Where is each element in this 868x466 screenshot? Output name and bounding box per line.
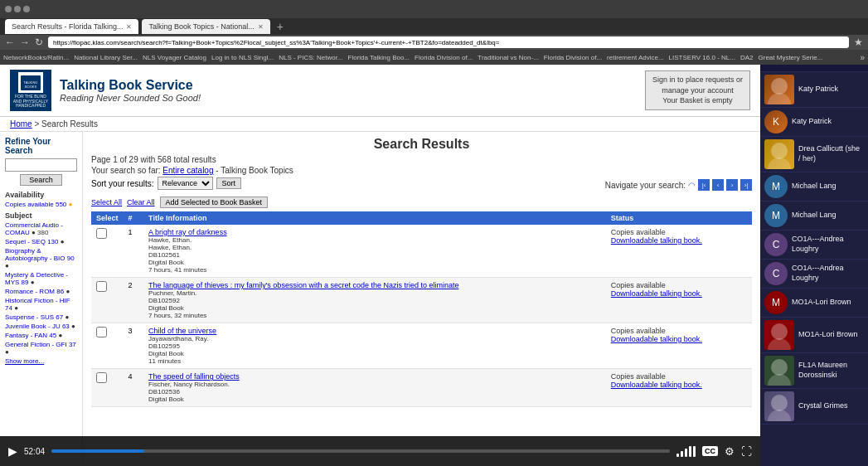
tbs-title: Talking Book Service bbox=[60, 78, 637, 93]
participant-name: Michael Lang bbox=[792, 211, 836, 221]
bookmark-item[interactable]: DA2 bbox=[740, 54, 754, 61]
nav-prev-button[interactable]: ‹ bbox=[712, 179, 724, 191]
bookmark-item[interactable]: NLS Voyager Catalog bbox=[143, 54, 206, 61]
sidebar-subject-item[interactable]: Suspense - SUS 67 ● bbox=[5, 313, 77, 321]
back-button[interactable]: ← bbox=[5, 36, 15, 48]
status-available: Copies available bbox=[611, 327, 747, 335]
col-status: Status bbox=[606, 211, 752, 225]
participant-avatar bbox=[764, 356, 794, 386]
bookmark-item[interactable]: retirement Advice... bbox=[607, 54, 663, 61]
search-so-far-link[interactable]: Entire catalog bbox=[162, 166, 213, 175]
svg-point-5 bbox=[771, 143, 788, 159]
result-title[interactable]: The language of thieves : my family's ob… bbox=[148, 281, 601, 289]
clear-all-link[interactable]: Clear All bbox=[127, 198, 155, 206]
sidebar-search-input[interactable] bbox=[5, 158, 77, 172]
sidebar-subject-item[interactable]: Commercial Audio - COMAU ● 380 bbox=[5, 221, 77, 236]
sidebar-subject-item[interactable]: Mystery & Detective - MYS 89 ● bbox=[5, 271, 77, 286]
sidebar-search-button[interactable]: Search bbox=[20, 174, 62, 186]
search-so-far-prefix: Your search so far: bbox=[91, 166, 162, 175]
row-num: 2 bbox=[124, 278, 144, 323]
results-search-info: Your search so far: Entire catalog - Tal… bbox=[91, 166, 752, 175]
status-link[interactable]: Downloadable talking book. bbox=[611, 289, 747, 298]
refresh-button[interactable]: ↻ bbox=[35, 36, 43, 48]
subject-list: Commercial Audio - COMAU ● 380Sequel - S… bbox=[5, 221, 77, 356]
sort-select[interactable]: Relevance bbox=[158, 177, 213, 190]
subject-name: Biography & Autobiography - BIO 90 bbox=[5, 247, 75, 262]
svg-point-3 bbox=[771, 78, 788, 95]
bookmark-item[interactable]: National Library Ser... bbox=[74, 54, 138, 61]
result-type: Digital Book bbox=[148, 259, 601, 266]
tab-close-icon[interactable]: ✕ bbox=[258, 23, 264, 31]
availability-item[interactable]: Copies available 550 ● bbox=[5, 201, 77, 208]
result-title[interactable]: The speed of falling objects bbox=[148, 372, 601, 381]
row-title-cell: The language of thieves : my family's ob… bbox=[143, 278, 606, 323]
bookmark-item[interactable]: Great Mystery Serie... bbox=[759, 54, 823, 61]
subject-name: Romance - ROM 86 bbox=[5, 288, 64, 295]
sidebar-subject-item[interactable]: Historical Fiction - HIF 74 ● bbox=[5, 297, 77, 312]
tab-talking-book-topics[interactable]: Talking Book Topics - National... ✕ bbox=[142, 19, 269, 34]
sidebar-subject-item[interactable]: Juvenile Book - JU 63 ● bbox=[5, 323, 77, 330]
window-dot bbox=[23, 6, 30, 12]
nav-next-button[interactable]: › bbox=[726, 179, 738, 191]
sidebar-subject-item[interactable]: Sequel - SEQ 130 ● bbox=[5, 238, 77, 245]
tbs-signin[interactable]: Sign in to place requests ormanage your … bbox=[645, 70, 750, 110]
breadcrumb: Home > Search Results bbox=[0, 117, 760, 132]
row-num: 1 bbox=[124, 225, 144, 278]
settings-icon[interactable]: ⚙ bbox=[725, 445, 735, 458]
add-to-basket-button[interactable]: Add Selected to Book Basket bbox=[160, 197, 269, 208]
avatar-svg bbox=[764, 320, 794, 350]
play-button[interactable]: ▶ bbox=[8, 444, 17, 458]
bookmarks-bar: NetworkBooks/Ratin... National Library S… bbox=[0, 50, 868, 65]
participant-name: CO1A---Andrea Loughry bbox=[792, 264, 864, 283]
subject-name: General Fiction - GFI 37 bbox=[5, 341, 76, 348]
bookmark-star-icon[interactable]: ★ bbox=[854, 36, 863, 48]
bookmark-item[interactable]: Florida Talking Boo... bbox=[348, 54, 410, 61]
row-checkbox[interactable] bbox=[96, 281, 107, 292]
row-checkbox[interactable] bbox=[96, 327, 107, 337]
more-bookmarks-icon[interactable]: » bbox=[860, 53, 865, 62]
row-status-cell: Copies available Downloadable talking bo… bbox=[606, 323, 752, 369]
sidebar-subject-item[interactable]: Biography & Autobiography - BIO 90 ● bbox=[5, 247, 77, 269]
subject-badge: ● 380 bbox=[32, 229, 48, 236]
sidebar-subject-item[interactable]: General Fiction - GFI 37 ● bbox=[5, 341, 77, 356]
tab-search-results[interactable]: Search Results - Florida Talking... ✕ bbox=[5, 19, 138, 34]
bookmark-item[interactable]: NetworkBooks/Ratin... bbox=[3, 54, 69, 61]
sidebar-subject-item[interactable]: Romance - ROM 86 ● bbox=[5, 288, 77, 295]
video-container: Search Results - Florida Talking... ✕ Ta… bbox=[0, 0, 868, 466]
tab-close-icon[interactable]: ✕ bbox=[126, 23, 132, 31]
bookmark-item[interactable]: NLS - PICS: Networ... bbox=[279, 54, 342, 61]
participant-avatar bbox=[764, 391, 794, 421]
progress-bar[interactable] bbox=[51, 449, 670, 453]
address-input[interactable] bbox=[48, 36, 849, 48]
status-link[interactable]: Downloadable talking book. bbox=[611, 236, 747, 245]
window-controls bbox=[5, 6, 30, 12]
fullscreen-icon[interactable]: ⛶ bbox=[741, 445, 752, 458]
bookmark-item[interactable]: Traditional vs Non-... bbox=[478, 54, 539, 61]
new-tab-button[interactable]: + bbox=[277, 20, 284, 33]
nav-last-button[interactable]: ›| bbox=[740, 179, 752, 191]
bookmark-item[interactable]: LISTSERV 16.0 - NL... bbox=[669, 54, 735, 61]
breadcrumb-home[interactable]: Home bbox=[10, 119, 32, 129]
bookmark-item[interactable]: Log in to NLS Singl... bbox=[211, 54, 274, 61]
result-title[interactable]: Child of the universe bbox=[148, 327, 601, 335]
row-checkbox[interactable] bbox=[96, 228, 107, 239]
nav-first-button[interactable]: |‹ bbox=[698, 179, 710, 191]
status-available: Copies available bbox=[611, 228, 747, 236]
forward-button[interactable]: → bbox=[20, 36, 30, 48]
progress-fill bbox=[51, 449, 144, 453]
status-link[interactable]: Downloadable talking book. bbox=[611, 335, 747, 343]
participant: KKaty Patrick bbox=[760, 108, 868, 137]
status-link[interactable]: Downloadable talking book. bbox=[611, 381, 747, 389]
sidebar-subject-item[interactable]: Fantasy - FAN 45 ● bbox=[5, 332, 77, 339]
select-all-link[interactable]: Select All bbox=[91, 198, 122, 206]
subject-name: Juvenile Book - JU 63 bbox=[5, 323, 70, 330]
participant: Crystal Grimes bbox=[760, 389, 868, 425]
cc-button[interactable]: CC bbox=[702, 446, 718, 456]
sort-button[interactable]: Sort bbox=[216, 177, 242, 189]
row-checkbox[interactable] bbox=[96, 372, 107, 383]
show-more-link[interactable]: Show more... bbox=[5, 357, 77, 365]
bookmark-item[interactable]: Florida Division of... bbox=[544, 54, 602, 61]
svg-point-7 bbox=[771, 323, 788, 340]
result-title[interactable]: A bright ray of darkness bbox=[148, 228, 601, 236]
bookmark-item[interactable]: Florida Division of... bbox=[415, 54, 473, 61]
